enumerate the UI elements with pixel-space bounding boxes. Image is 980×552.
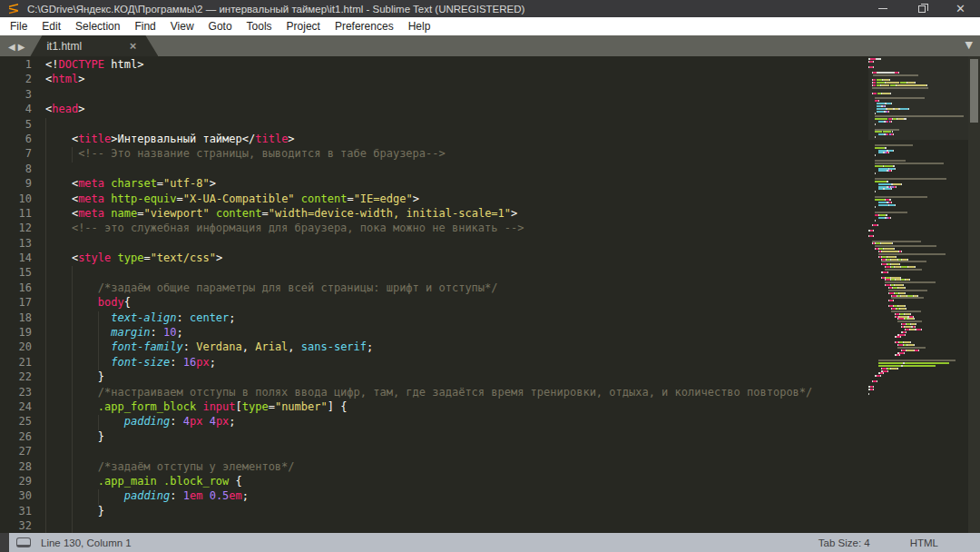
indent-guide bbox=[98, 356, 99, 370]
indent-guide bbox=[72, 147, 73, 162]
indent-guide bbox=[45, 237, 46, 251]
scrollbar-track[interactable] bbox=[968, 56, 980, 533]
statusbar: Line 130, Column 1 Tab Size: 4 HTML bbox=[0, 533, 980, 552]
scrollbar-thumb[interactable] bbox=[970, 59, 978, 123]
line-number: 28 bbox=[0, 460, 37, 475]
line-number: 1 bbox=[0, 58, 37, 73]
line-number: 16 bbox=[0, 281, 37, 296]
line-number: 17 bbox=[0, 296, 37, 310]
indent-guide bbox=[72, 311, 73, 326]
code-line bbox=[40, 445, 867, 459]
code-line: <meta name="viewport" content="width=dev… bbox=[40, 207, 867, 222]
window-title: C:\GDrive\Яндекс.КОД\Программы\2 — интер… bbox=[27, 4, 863, 15]
line-number: 3 bbox=[0, 88, 37, 103]
indent-guide bbox=[45, 445, 46, 459]
tab-it1-html[interactable]: it1.html × bbox=[30, 35, 158, 56]
line-number: 9 bbox=[0, 177, 37, 192]
code-line: <!-- Это название страницы, выводится в … bbox=[40, 147, 867, 162]
code-line: font-size: 16px; bbox=[40, 356, 867, 370]
code-line: .app_form_block input[type="number"] { bbox=[40, 400, 867, 415]
line-number: 20 bbox=[0, 340, 37, 355]
code-line: <meta charset="utf-8"> bbox=[40, 177, 867, 192]
indent-guide bbox=[72, 505, 73, 519]
code-area[interactable]: <!DOCTYPE html><html><head> <title>Интер… bbox=[40, 58, 867, 533]
indent-guide bbox=[45, 370, 46, 385]
menu-item-view[interactable]: View bbox=[163, 18, 201, 34]
indent-guide bbox=[72, 445, 73, 459]
indent-guide bbox=[45, 192, 46, 207]
tabbar: ◀ ▶ it1.html × ▼ bbox=[0, 35, 980, 56]
menu-item-tools[interactable]: Tools bbox=[240, 18, 279, 34]
line-number: 2 bbox=[0, 73, 37, 87]
indent-guide bbox=[72, 475, 73, 489]
line-number: 24 bbox=[0, 400, 37, 415]
code-line bbox=[40, 88, 867, 103]
minimap-row bbox=[868, 393, 968, 396]
titlebar[interactable]: C:\GDrive\Яндекс.КОД\Программы\2 — интер… bbox=[0, 0, 980, 17]
code-line: padding: 4px 4px; bbox=[40, 415, 867, 429]
minimap-viewport[interactable] bbox=[868, 56, 968, 140]
indent-guide bbox=[45, 475, 46, 489]
menu-item-preferences[interactable]: Preferences bbox=[328, 18, 401, 34]
line-number: 18 bbox=[0, 311, 37, 326]
tab-scroll-right-icon[interactable]: ▶ bbox=[18, 43, 25, 52]
indent-guide bbox=[98, 415, 99, 429]
menu-item-goto[interactable]: Goto bbox=[201, 18, 240, 34]
indent-guide bbox=[45, 311, 46, 326]
editor[interactable]: 1234567891011121314151617181920212223242… bbox=[0, 56, 980, 533]
line-number: 12 bbox=[0, 222, 37, 236]
minimize-button[interactable] bbox=[863, 0, 902, 17]
code-line: text-align: center; bbox=[40, 311, 867, 326]
code-line: } bbox=[40, 430, 867, 445]
code-line: <!DOCTYPE html> bbox=[40, 58, 867, 73]
code-line: <head> bbox=[40, 103, 867, 117]
indent-guide bbox=[45, 326, 46, 340]
restore-button[interactable] bbox=[902, 0, 941, 17]
indent-guide bbox=[72, 460, 73, 475]
code-line: /*задаём общие параметры для всей страни… bbox=[40, 281, 867, 296]
indent-guide bbox=[72, 356, 73, 370]
indent-guide bbox=[45, 266, 46, 281]
tab-overflow-icon[interactable]: ▼ bbox=[965, 39, 973, 51]
tab-scroll-left-icon[interactable]: ◀ bbox=[8, 43, 15, 52]
indent-guide bbox=[72, 415, 73, 429]
code-line: <meta http-equiv="X-UA-Compatible" conte… bbox=[40, 192, 867, 207]
line-number: 27 bbox=[0, 445, 37, 459]
indent-guide bbox=[45, 400, 46, 415]
status-tab-size[interactable]: Tab Size: 4 bbox=[818, 537, 870, 548]
line-number: 30 bbox=[0, 489, 37, 504]
menu-item-help[interactable]: Help bbox=[401, 18, 438, 34]
close-button[interactable]: ✕ bbox=[941, 0, 980, 17]
indent-guide bbox=[45, 489, 46, 504]
line-number: 8 bbox=[0, 163, 37, 177]
code-line: } bbox=[40, 370, 867, 385]
tab-close-icon[interactable]: × bbox=[130, 40, 137, 52]
indent-guide bbox=[45, 118, 46, 133]
status-syntax[interactable]: HTML bbox=[910, 537, 938, 548]
indent-guide bbox=[45, 222, 46, 236]
code-line: font-family: Verdana, Arial, sans-serif; bbox=[40, 340, 867, 355]
code-line: <html> bbox=[40, 73, 867, 87]
indent-guide bbox=[45, 133, 46, 147]
indent-guide bbox=[72, 296, 73, 310]
code-line: /*настраиваем отступы в полях ввода цифр… bbox=[40, 386, 867, 400]
indent-guide bbox=[45, 430, 46, 445]
status-monitor-icon[interactable] bbox=[16, 537, 31, 547]
code-line: <!-- это служебная информация для браузе… bbox=[40, 222, 867, 236]
menu-item-file[interactable]: File bbox=[3, 18, 34, 34]
menu-item-find[interactable]: Find bbox=[127, 18, 162, 34]
indent-guide bbox=[45, 519, 46, 533]
indent-guide bbox=[45, 281, 46, 296]
sublime-logo-icon bbox=[7, 3, 20, 15]
menu-item-project[interactable]: Project bbox=[279, 18, 328, 34]
status-notch bbox=[0, 533, 9, 552]
code-line bbox=[40, 118, 867, 133]
indent-guide bbox=[45, 460, 46, 475]
line-number: 10 bbox=[0, 192, 37, 207]
indent-guide bbox=[98, 326, 99, 340]
menu-item-selection[interactable]: Selection bbox=[68, 18, 127, 34]
menu-item-edit[interactable]: Edit bbox=[34, 18, 68, 34]
indent-guide bbox=[45, 251, 46, 266]
status-line-col[interactable]: Line 130, Column 1 bbox=[41, 537, 818, 548]
sublime-window: C:\GDrive\Яндекс.КОД\Программы\2 — интер… bbox=[0, 0, 980, 552]
